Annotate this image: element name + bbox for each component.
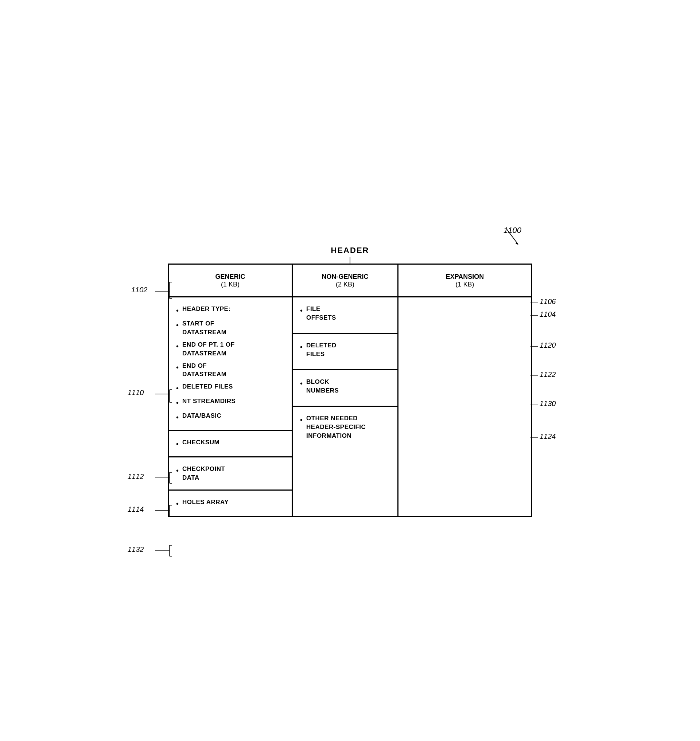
item-label: DELETED FILES [182,382,233,391]
ref-1112-label: 1112 [128,472,144,481]
bullet-icon: • [176,362,179,372]
list-item: • END OF PT. 1 OFDATASTREAM [176,340,284,358]
generic-header: GENERIC (1 KB) [169,265,292,297]
ref-1106-label: 1106 [540,297,556,306]
non-generic-size: (2 KB) [322,281,368,288]
bullet-icon: • [300,342,303,352]
list-item: • DELETED FILES [176,382,284,393]
svg-line-0 [507,229,518,244]
deleted-files-section: • DELETEDFILES [293,334,397,370]
ref-1122-label: 1122 [540,370,556,378]
bullet-icon: • [176,465,179,476]
col-generic: GENERIC (1 KB) • HEADER TYPE: • START OF… [169,265,293,516]
expansion-size: (1 KB) [446,281,484,288]
list-item: • START OFDATASTREAM [176,319,284,337]
checkpoint-label: CHECKPOINTDATA [182,465,225,482]
ref-1132-label: 1132 [128,545,144,553]
header-connector [168,257,532,263]
item-label: FILEOFFSETS [306,305,336,322]
ref-lines-right-svg: 1106 1104 1120 1122 1130 1124 [529,246,580,517]
ref-1124-label: 1124 [540,432,556,440]
non-generic-title: NON-GENERIC [322,273,368,281]
expansion-body [399,297,531,516]
ref-lines-svg: 1102 1110 1112 1114 1132 [128,246,171,517]
item-label: END OF PT. 1 OFDATASTREAM [182,340,235,358]
generic-title: GENERIC [215,273,245,281]
list-item: • HOLES ARRAY [176,498,284,509]
ref-1130-label: 1130 [540,400,556,407]
bullet-icon: • [176,306,179,316]
ref-1114-label: 1114 [128,505,144,513]
other-info-section: • OTHER NEEDEDHEADER-SPECIFICINFORMATION [293,407,397,454]
list-item: • DELETEDFILES [300,341,337,359]
list-item: • END OFDATASTREAM [176,362,284,379]
generic-main-section: • HEADER TYPE: • START OFDATASTREAM • EN… [169,297,292,431]
arrow-1100-svg [470,224,529,247]
item-label: END OFDATASTREAM [182,362,226,379]
bullet-icon: • [300,378,303,388]
diagram-container: 1100 HEADER GENERIC (1 KB) • HEADER TYPE… [168,246,532,517]
non-generic-header: NON-GENERIC (2 KB) [293,265,397,297]
bullet-icon: • [300,415,303,425]
item-label: DATA/BASIC [182,412,221,420]
bullet-icon: • [176,398,179,408]
list-item: • CHECKSUM [176,438,284,449]
list-item: • HEADER TYPE: [176,305,284,316]
col-non-generic: NON-GENERIC (2 KB) • FILEOFFSETS • DELET… [293,265,399,516]
holes-label: HOLES ARRAY [182,498,229,507]
item-label: NT STREAMDIRS [182,397,235,406]
item-label: HEADER TYPE: [182,305,231,313]
list-item: • CHECKPOINTDATA [176,465,284,482]
bullet-icon: • [300,306,303,316]
list-item: • NT STREAMDIRS [176,397,284,408]
file-offsets-section: • FILEOFFSETS [293,297,397,334]
ref-1102-label: 1102 [131,286,148,294]
expansion-title: EXPANSION [446,273,484,281]
ref-1120-label: 1120 [540,341,556,349]
ref-1110-label: 1110 [128,388,144,397]
holes-section: • HOLES ARRAY [169,491,292,516]
checksum-label: CHECKSUM [182,438,219,447]
item-label: BLOCKNUMBERS [306,378,339,395]
list-item: • BLOCKNUMBERS [300,378,339,395]
main-diagram-box: GENERIC (1 KB) • HEADER TYPE: • START OF… [168,263,532,517]
svg-marker-1 [516,242,518,245]
expansion-header: EXPANSION (1 KB) [399,265,531,297]
list-item: • FILEOFFSETS [300,305,336,322]
item-label: START OFDATASTREAM [182,319,226,337]
block-numbers-section: • BLOCKNUMBERS [293,370,397,407]
bullet-icon: • [176,498,179,509]
list-item: • DATA/BASIC [176,412,284,422]
bullet-icon: • [176,341,179,351]
item-label: OTHER NEEDEDHEADER-SPECIFICINFORMATION [306,414,366,440]
item-label: DELETEDFILES [306,341,337,359]
ref-1104-label: 1104 [540,310,556,318]
list-item: • OTHER NEEDEDHEADER-SPECIFICINFORMATION [300,414,366,440]
col-expansion: EXPANSION (1 KB) [399,265,531,516]
bullet-icon: • [176,439,179,449]
checkpoint-section: • CHECKPOINTDATA [169,457,292,491]
generic-size: (1 KB) [215,281,245,288]
bullet-icon: • [176,412,179,422]
bullet-icon: • [176,320,179,330]
checksum-section: • CHECKSUM [169,431,292,457]
bullet-icon: • [176,383,179,393]
